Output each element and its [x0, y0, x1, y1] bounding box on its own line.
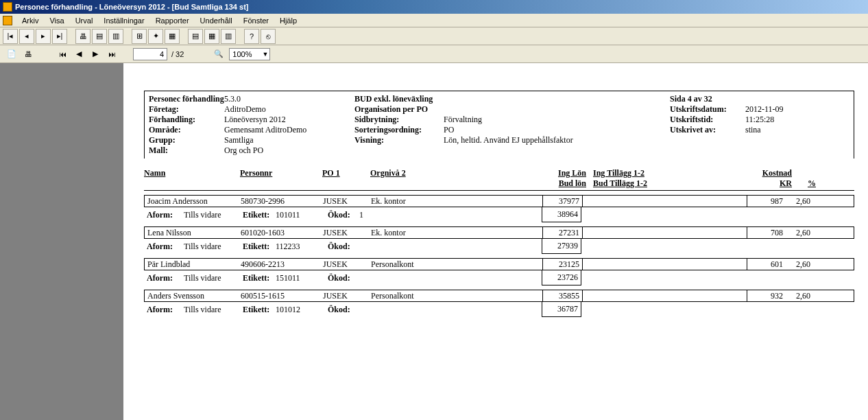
hdr-vis-l: Visning:: [354, 135, 444, 145]
col-pct: %: [792, 168, 816, 189]
cell-etikett: 101012: [276, 305, 325, 315]
zoom-select[interactable]: 100% ▼: [229, 48, 270, 60]
cell-budlon: 38964: [542, 207, 581, 222]
cell-name: Pär Lindblad: [145, 259, 241, 270]
cell-pct: 2,60: [786, 291, 813, 301]
last-rec-icon[interactable]: ▸|: [52, 29, 67, 44]
doc-icon[interactable]: ▤: [92, 29, 107, 44]
cell-po1: JUSEK: [323, 291, 371, 301]
lab-okod: Ökod:: [325, 242, 359, 252]
hdr-av-l: Utskrivet av:: [670, 125, 745, 135]
nav-next-icon[interactable]: ▶: [89, 48, 101, 60]
hdr-grupp-l: Grupp:: [149, 135, 224, 145]
cell-aform: Tills vidare: [184, 305, 240, 315]
grid2-icon[interactable]: ▦: [204, 29, 219, 44]
cell-name: Joacim Andersson: [145, 196, 241, 207]
hdr-mid-r2: Organisation per PO: [354, 104, 444, 115]
tool1-icon[interactable]: ⊞: [132, 29, 147, 44]
hdr-mid-r1: BUD exkl. löneväxling: [354, 94, 444, 104]
tool3-icon[interactable]: ▦: [165, 29, 180, 44]
help-icon[interactable]: ?: [244, 29, 259, 44]
exit-icon[interactable]: ⎋: [261, 29, 276, 44]
hdr-forh-v: Löneöversyn 2012: [224, 115, 286, 125]
window-titlebar: Personec förhandling - Löneöversyn 2012 …: [0, 0, 868, 14]
tool2-icon[interactable]: ✦: [148, 29, 163, 44]
window-title: Personec förhandling - Löneöversyn 2012 …: [15, 3, 248, 11]
cell-kost: 708: [747, 227, 786, 238]
hdr-dat-l: Utskriftsdatum:: [670, 104, 745, 115]
menu-inställningar[interactable]: Inställningar: [98, 15, 149, 26]
nav-prev-icon[interactable]: ◀: [73, 48, 85, 60]
menu-rapporter[interactable]: Rapporter: [150, 15, 195, 26]
hdr-title-ver: 5.3.0: [224, 94, 241, 104]
menu-visa[interactable]: Visa: [44, 15, 69, 26]
hdr-tid-l: Utskriftstid:: [670, 115, 745, 125]
page-total-label: / 32: [171, 50, 184, 58]
cell-budlon: 36787: [542, 302, 581, 317]
lab-okod: Ökod:: [325, 305, 359, 315]
menu-hjälp[interactable]: Hjälp: [274, 15, 302, 26]
cell-etikett: 101011: [276, 210, 325, 220]
hdr-sid-l: Sidbrytning:: [354, 115, 444, 125]
cell-tillagg: [582, 259, 747, 270]
hdr-dat-v: 2012-11-09: [745, 104, 784, 115]
print-icon[interactable]: 🖶: [75, 29, 91, 44]
menu-arkiv[interactable]: Arkiv: [16, 15, 44, 26]
entry-row: Anders Svensson600515-1615JUSEKPersonalk…: [144, 290, 854, 317]
cell-budlon: 27939: [542, 239, 581, 254]
cell-inglon: 37977: [542, 196, 582, 207]
menu-urval[interactable]: Urval: [70, 15, 99, 26]
lab-okod: Ökod:: [325, 210, 359, 220]
cell-aform: Tills vidare: [184, 210, 240, 220]
hdr-av-v: stina: [745, 125, 761, 135]
col-tillagg: Ing Tillägg 1-2 Bud Tillägg 1-2: [586, 168, 751, 189]
hdr-sort-l: Sorteringsordning:: [354, 125, 444, 135]
nav-last-icon[interactable]: ⏭: [106, 48, 118, 60]
cell-org2: Personalkont: [371, 259, 542, 270]
entry-row: Lena Nilsson601020-1603JUSEKEk. kontor27…: [144, 226, 854, 254]
column-headers: Namn Personnr PO 1 Orgnivå 2 Ing Lön Bud…: [144, 168, 854, 191]
zoom-value: 100%: [232, 50, 252, 58]
cell-name: Anders Svensson: [145, 291, 241, 301]
cell-kost: 932: [747, 290, 786, 301]
hdr-sid-v: Förvaltning: [444, 115, 482, 125]
cell-pct: 2,60: [786, 259, 813, 270]
prev-rec-icon[interactable]: ◂: [19, 29, 34, 44]
cell-aform: Tills vidare: [184, 273, 240, 283]
grid3-icon[interactable]: ▥: [221, 29, 236, 44]
cell-etikett: 112233: [276, 242, 325, 252]
cell-okod: 1: [359, 210, 542, 220]
grid1-icon[interactable]: ▤: [188, 29, 203, 44]
cell-tillagg: [582, 290, 747, 301]
hdr-mall-l: Mall:: [149, 145, 224, 156]
cell-org2: Personalkont: [371, 291, 542, 301]
cell-inglon: 23125: [542, 259, 582, 270]
chevron-down-icon: ▼: [262, 51, 268, 58]
first-rec-icon[interactable]: |◂: [3, 29, 18, 44]
col-orgniva2: Orgnivå 2: [370, 168, 542, 189]
nav-first-icon[interactable]: ⏮: [56, 48, 69, 60]
hdr-mall-v: Org och PO: [224, 145, 263, 156]
cell-kost: 601: [747, 259, 786, 270]
menu-underhåll[interactable]: Underhåll: [195, 15, 238, 26]
document-icon: [3, 16, 12, 25]
hdr-sort-v: PO: [444, 125, 454, 135]
lab-etikett: Etikett:: [240, 273, 276, 283]
find-icon[interactable]: 🔍: [213, 48, 225, 60]
export-icon[interactable]: 📄: [5, 48, 18, 60]
sheet-icon[interactable]: ▥: [108, 29, 123, 44]
print2-icon[interactable]: 🖶: [22, 48, 34, 60]
page-number-input[interactable]: [133, 48, 167, 60]
cell-etikett: 151011: [276, 273, 325, 283]
cell-po1: JUSEK: [323, 259, 371, 270]
col-po1: PO 1: [322, 168, 370, 189]
cell-inglon: 27231: [542, 227, 582, 238]
app-icon: [3, 2, 12, 12]
entry-row: Joacim Andersson580730-2996JUSEKEk. kont…: [144, 195, 854, 222]
cell-name: Lena Nilsson: [145, 228, 241, 238]
lab-etikett: Etikett:: [240, 210, 276, 220]
cell-tillagg: [582, 227, 747, 238]
menu-fönster[interactable]: Fönster: [238, 15, 274, 26]
cell-inglon: 35855: [542, 290, 582, 301]
next-rec-icon[interactable]: ▸: [36, 29, 51, 44]
